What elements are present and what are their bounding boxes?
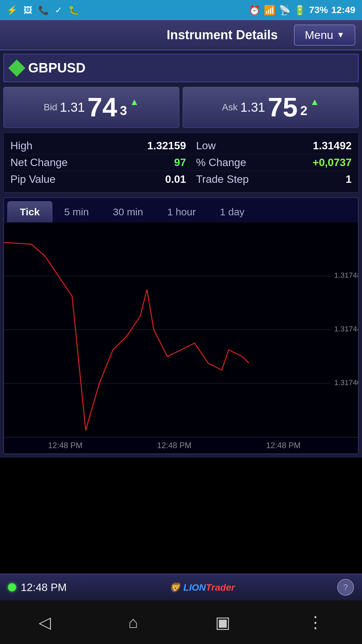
- menu-button[interactable]: Menu ▼: [294, 24, 355, 46]
- trade-step-value: 1: [260, 173, 352, 185]
- chart-canvas: 1.31748 1.31744 1.31740: [4, 222, 358, 437]
- instrument-header: GBPUSD: [3, 54, 359, 82]
- signal-icon: 📡: [279, 5, 291, 16]
- photo-icon: 🖼: [23, 5, 32, 15]
- bid-ask-section: Bid 1.31 74 3 ▲ Ask 1.31 75 2 ▲: [3, 87, 359, 128]
- check-icon: ✓: [55, 5, 62, 15]
- bottom-status-bar: 12:48 PM 🦁 LIONTrader ?: [0, 574, 362, 600]
- main-content: GBPUSD Bid 1.31 74 3 ▲ Ask 1.31 75 2 ▲ H…: [0, 50, 362, 458]
- usb-icon: ⚡: [7, 5, 17, 15]
- net-change-value: 97: [94, 156, 186, 169]
- help-button[interactable]: ?: [337, 579, 354, 596]
- status-time: 12:48 PM: [8, 581, 67, 594]
- alarm-icon: ⏰: [249, 5, 260, 16]
- chart-section: Tick 5 min 30 min 1 hour 1 day 1.31748 1…: [3, 197, 359, 454]
- time-label-1: 12:48 PM: [48, 441, 82, 450]
- high-value: 1.32159: [94, 140, 186, 152]
- menu-label: Menu: [305, 29, 333, 42]
- instrument-name: GBPUSD: [28, 60, 85, 75]
- battery-icon: 🔋: [294, 5, 306, 16]
- time-label-3: 12:48 PM: [266, 441, 301, 450]
- title-bar: Instrument Details Menu ▼: [0, 20, 362, 50]
- status-right-icons: ⏰ 📶 📡 🔋 73% 12:49: [249, 5, 355, 16]
- net-change-label: Net Change: [10, 156, 94, 169]
- stats-grid: High 1.32159 Low 1.31492 Net Change 97 %…: [3, 132, 359, 193]
- ask-label: Ask: [222, 102, 238, 113]
- bug-icon: 🐛: [68, 5, 79, 15]
- tab-1day[interactable]: 1 day: [208, 202, 256, 222]
- low-label: Low: [186, 140, 260, 152]
- page-title: Instrument Details: [150, 28, 294, 42]
- clock: 12:49: [331, 5, 355, 15]
- pct-change-label: % Change: [186, 156, 260, 169]
- time-label-2: 12:48 PM: [157, 441, 192, 450]
- more-button[interactable]: ⋮: [301, 606, 330, 638]
- phone-icon: 📞: [38, 5, 49, 15]
- battery-percent: 73%: [309, 5, 328, 15]
- high-low-row: High 1.32159 Low 1.31492: [10, 138, 352, 154]
- ask-big-number: 75: [268, 94, 298, 121]
- svg-text:1.31740: 1.31740: [334, 378, 358, 387]
- instrument-icon: [8, 59, 25, 76]
- svg-text:1.31748: 1.31748: [334, 271, 358, 279]
- bid-big-number: 74: [87, 94, 117, 121]
- status-icons: ⚡ 🖼 📞 ✓ 🐛: [7, 5, 79, 15]
- status-time-label: 12:48 PM: [21, 581, 67, 594]
- chart-time-labels: 12:48 PM 12:48 PM 12:48 PM: [4, 437, 358, 453]
- tab-1hour[interactable]: 1 hour: [155, 202, 208, 222]
- bid-label: Bid: [44, 102, 57, 113]
- bid-suffix: 3: [120, 104, 127, 118]
- pct-change-value: +0,0737: [260, 156, 352, 169]
- bid-prefix: 1.31: [60, 100, 85, 115]
- nav-bar: ◁ ⌂ ▣ ⋮: [0, 600, 362, 644]
- ask-prefix: 1.31: [240, 100, 265, 115]
- chevron-down-icon: ▼: [337, 30, 345, 40]
- pip-trade-row: Pip Value 0.01 Trade Step 1: [10, 171, 352, 187]
- pip-value-label: Pip Value: [10, 173, 94, 185]
- bid-box[interactable]: Bid 1.31 74 3 ▲: [3, 87, 179, 128]
- connection-status-dot: [8, 583, 16, 591]
- status-bar: ⚡ 🖼 📞 ✓ 🐛 ⏰ 📶 📡 🔋 73% 12:49: [0, 0, 362, 20]
- wifi-icon: 📶: [264, 5, 276, 16]
- tab-tick[interactable]: Tick: [7, 201, 52, 222]
- tab-30min[interactable]: 30 min: [101, 202, 155, 222]
- chart-tabs: Tick 5 min 30 min 1 hour 1 day: [4, 198, 358, 222]
- chart-svg: 1.31748 1.31744 1.31740: [4, 222, 358, 437]
- recents-button[interactable]: ▣: [208, 606, 237, 638]
- svg-text:1.31744: 1.31744: [334, 325, 358, 333]
- low-value: 1.31492: [260, 140, 352, 152]
- back-button[interactable]: ◁: [32, 606, 58, 638]
- pip-value-value: 0.01: [94, 173, 186, 185]
- ask-box[interactable]: Ask 1.31 75 2 ▲: [183, 87, 359, 128]
- home-button[interactable]: ⌂: [121, 606, 144, 638]
- high-label: High: [10, 140, 94, 152]
- ask-up-arrow: ▲: [310, 97, 319, 107]
- bid-up-arrow: ▲: [130, 97, 139, 107]
- net-change-row: Net Change 97 % Change +0,0737: [10, 154, 352, 171]
- ask-suffix: 2: [300, 104, 307, 118]
- tab-5min[interactable]: 5 min: [52, 202, 101, 222]
- trade-step-label: Trade Step: [186, 173, 260, 185]
- lion-trader-logo: 🦁 LIONTrader: [169, 582, 235, 593]
